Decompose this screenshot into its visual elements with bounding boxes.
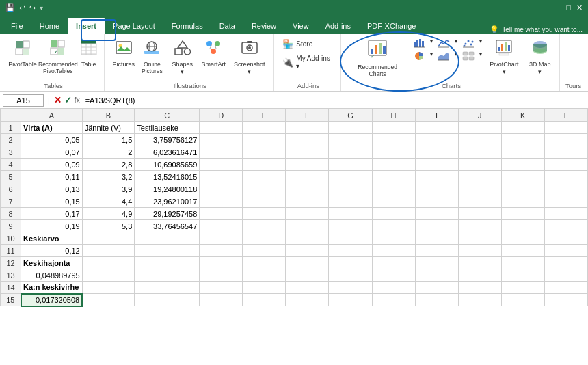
cell-r15-c2[interactable] (135, 294, 200, 306)
cell-r7-c10[interactable] (501, 195, 544, 208)
cell-r1-c11[interactable] (544, 122, 587, 134)
cell-r9-c8[interactable] (415, 220, 458, 232)
cell-r15-c9[interactable] (458, 294, 501, 306)
cell-r8-c0[interactable]: 0,17 (21, 208, 83, 220)
tab-file[interactable]: File (3, 18, 31, 34)
cell-r1-c1[interactable]: Jännite (V) (82, 122, 135, 134)
screenshot-button[interactable]: Screenshot ▾ (229, 37, 269, 77)
row-header-9[interactable]: 9 (1, 220, 21, 232)
cell-r10-c3[interactable] (200, 232, 243, 245)
cell-r1-c3[interactable] (200, 122, 243, 134)
cell-r4-c2[interactable]: 10,69085659 (135, 159, 200, 171)
my-addins-button[interactable]: 🔌 My Add-ins ▾ (280, 53, 336, 72)
cell-r13-c0[interactable]: 0,048989795 (21, 269, 83, 282)
cell-r8-c1[interactable]: 4,9 (82, 208, 135, 220)
cell-r15-c10[interactable] (501, 294, 544, 306)
cell-r8-c9[interactable] (458, 208, 501, 220)
cell-r10-c1[interactable] (82, 232, 135, 245)
row-header-15[interactable]: 15 (1, 294, 21, 306)
cell-r2-c5[interactable] (286, 134, 329, 146)
cell-r3-c11[interactable] (544, 146, 587, 159)
row-header-11[interactable]: 11 (1, 245, 21, 257)
cell-r14-c2[interactable] (135, 282, 200, 294)
col-header-d[interactable]: D (200, 109, 243, 122)
cell-r2-c8[interactable] (415, 134, 458, 146)
cell-r2-c3[interactable] (200, 134, 243, 146)
row-header-14[interactable]: 14 (1, 282, 21, 294)
col-header-k[interactable]: K (501, 109, 544, 122)
tab-insert[interactable]: Insert (68, 18, 105, 34)
cell-r7-c5[interactable] (286, 195, 329, 208)
cell-r12-c9[interactable] (458, 257, 501, 269)
tell-me-box[interactable]: Tell me what you want to... (502, 26, 583, 33)
cell-r15-c3[interactable] (200, 294, 243, 306)
cell-r12-c3[interactable] (200, 257, 243, 269)
cell-r7-c9[interactable] (458, 195, 501, 208)
cell-r13-c7[interactable] (372, 269, 415, 282)
cell-r8-c6[interactable] (329, 208, 372, 220)
cell-r12-c11[interactable] (544, 257, 587, 269)
area-chart-dropdown[interactable]: ▾ (453, 50, 459, 62)
cell-r12-c4[interactable] (243, 257, 286, 269)
tab-addins[interactable]: Add-ins (317, 18, 359, 34)
cell-r6-c4[interactable] (243, 183, 286, 195)
col-header-j[interactable]: J (458, 109, 501, 122)
col-header-l[interactable]: L (544, 109, 587, 122)
cell-r3-c1[interactable]: 2 (82, 146, 135, 159)
insert-function-icon[interactable]: fx (75, 96, 80, 104)
cell-r7-c8[interactable] (415, 195, 458, 208)
row-header-13[interactable]: 13 (1, 269, 21, 282)
cell-r11-c6[interactable] (329, 245, 372, 257)
cell-r5-c0[interactable]: 0,11 (21, 171, 83, 183)
cell-r10-c0[interactable]: Keskiarvo (21, 232, 83, 245)
confirm-formula-icon[interactable]: ✓ (64, 95, 72, 105)
recommended-charts-button[interactable]: ✓ Recommended Charts (347, 37, 407, 79)
cell-r10-c5[interactable] (286, 232, 329, 245)
tab-formulas[interactable]: Formulas (163, 18, 211, 34)
cell-r3-c10[interactable] (501, 146, 544, 159)
cell-r14-c7[interactable] (372, 282, 415, 294)
cell-r6-c8[interactable] (415, 183, 458, 195)
cell-r6-c0[interactable]: 0,13 (21, 183, 83, 195)
cell-r4-c10[interactable] (501, 159, 544, 171)
cell-r15-c0[interactable]: 0,017320508 (21, 294, 83, 306)
cell-r5-c3[interactable] (200, 171, 243, 183)
row-header-6[interactable]: 6 (1, 183, 21, 195)
cell-r8-c8[interactable] (415, 208, 458, 220)
cell-r2-c10[interactable] (501, 134, 544, 146)
cell-r2-c0[interactable]: 0,05 (21, 134, 83, 146)
cell-r1-c0[interactable]: Virta (A) (21, 122, 83, 134)
cell-r9-c10[interactable] (501, 220, 544, 232)
cell-r4-c8[interactable] (415, 159, 458, 171)
cell-r1-c9[interactable] (458, 122, 501, 134)
store-button[interactable]: 🏪 Store (280, 37, 336, 51)
cell-r1-c2[interactable]: Testilauseke (135, 122, 200, 134)
col-header-i[interactable]: I (415, 109, 458, 122)
col-header-c[interactable]: C (135, 109, 200, 122)
cell-r15-c7[interactable] (372, 294, 415, 306)
cell-r1-c7[interactable] (372, 122, 415, 134)
cell-r7-c11[interactable] (544, 195, 587, 208)
scatter-chart-dropdown[interactable]: ▾ (477, 37, 484, 49)
cell-r6-c10[interactable] (501, 183, 544, 195)
cell-r7-c3[interactable] (200, 195, 243, 208)
cell-r8-c10[interactable] (501, 208, 544, 220)
cell-r13-c6[interactable] (329, 269, 372, 282)
cell-r11-c1[interactable] (82, 245, 135, 257)
pie-chart-button[interactable] (411, 50, 427, 62)
cell-r11-c7[interactable] (372, 245, 415, 257)
row-header-3[interactable]: 3 (1, 146, 21, 159)
cell-r5-c7[interactable] (372, 171, 415, 183)
cell-r4-c11[interactable] (544, 159, 587, 171)
row-header-7[interactable]: 7 (1, 195, 21, 208)
pie-chart-dropdown[interactable]: ▾ (428, 50, 435, 62)
cell-r14-c8[interactable] (415, 282, 458, 294)
cell-r7-c1[interactable]: 4,4 (82, 195, 135, 208)
cell-r11-c10[interactable] (501, 245, 544, 257)
cell-r2-c4[interactable] (243, 134, 286, 146)
cell-r11-c5[interactable] (286, 245, 329, 257)
row-header-10[interactable]: 10 (1, 232, 21, 245)
cell-r6-c1[interactable]: 3,9 (82, 183, 135, 195)
cell-r10-c7[interactable] (372, 232, 415, 245)
cell-r9-c6[interactable] (329, 220, 372, 232)
